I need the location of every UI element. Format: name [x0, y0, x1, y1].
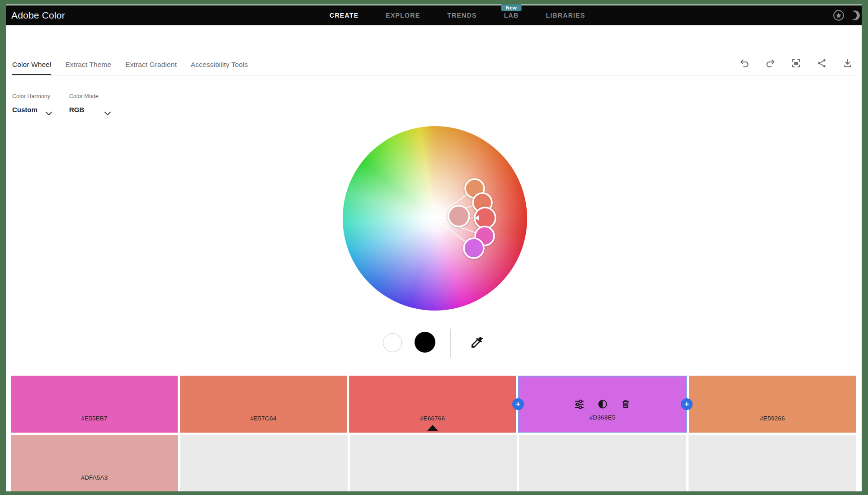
swatch-e66766[interactable]: #E66766 — [349, 376, 516, 433]
swatch-e57c64[interactable]: #E57C64 — [180, 376, 347, 433]
swatch-hex-label: #E59266 — [689, 415, 856, 422]
palette-row-shades: #DFA5A3 — [11, 435, 856, 491]
tab-extract-theme[interactable]: Extract Theme — [65, 54, 111, 75]
nav-item-libraries[interactable]: LIBRARIES — [546, 12, 585, 19]
palette: #E55EB7#E57C64#E66766#D368E5++#E59266 #D… — [11, 376, 856, 491]
share-button[interactable] — [816, 58, 827, 69]
contrast-icon[interactable] — [597, 398, 609, 410]
top-navbar: Adobe Color CREATEEXPLORETRENDSLABNewLIB… — [6, 5, 862, 25]
dark-mode-moon-icon[interactable] — [849, 9, 861, 21]
add-color-button-left[interactable]: + — [512, 398, 524, 410]
download-button[interactable] — [842, 58, 853, 69]
color-mode-label: Color Mode — [69, 93, 99, 99]
tune-sliders-icon[interactable] — [574, 398, 585, 410]
app-title[interactable]: Adobe Color — [11, 5, 65, 25]
eyedropper-icon[interactable] — [470, 335, 484, 349]
tab-extract-gradient[interactable]: Extract Gradient — [125, 54, 177, 75]
swatch-hex-label: #DFA5A3 — [11, 474, 178, 481]
nav-item-lab[interactable]: LABNew — [504, 12, 519, 19]
shade-swatch-dfa5a3[interactable]: #DFA5A3 — [11, 435, 178, 491]
chevron-down-icon[interactable] — [46, 109, 52, 113]
navbar-right-icons — [833, 5, 861, 25]
redo-button[interactable] — [765, 58, 776, 69]
swatch-e55eb7[interactable]: #E55EB7 — [11, 376, 178, 433]
swatch-tools — [519, 398, 686, 410]
color-wheel-markers[interactable] — [343, 126, 527, 311]
swatch-d368e5[interactable]: #D368E5++ — [518, 376, 687, 433]
nav-item-create[interactable]: CREATE — [330, 12, 359, 19]
color-harmony-select[interactable]: Custom — [12, 106, 38, 113]
shade-swatch-empty[interactable] — [519, 435, 686, 491]
color-mode-select[interactable]: RGB — [69, 106, 84, 113]
tab-color-wheel[interactable]: Color Wheel — [12, 54, 51, 75]
background-white-option[interactable] — [383, 333, 402, 352]
chevron-down-icon[interactable] — [104, 109, 111, 113]
nav-item-explore[interactable]: EXPLORE — [386, 12, 420, 19]
fullscreen-button[interactable] — [791, 58, 802, 69]
swatch-hex-label: #E66766 — [349, 415, 516, 422]
swatch-e59266[interactable]: #E59266 — [689, 376, 856, 433]
trash-icon[interactable] — [620, 398, 632, 410]
toolbar-actions — [739, 54, 853, 72]
add-color-button-right[interactable]: + — [681, 398, 693, 410]
swatch-hex-label: #D368E5 — [519, 414, 686, 421]
tab-accessibility-tools[interactable]: Accessibility Tools — [191, 54, 248, 75]
app-window: Adobe Color CREATEEXPLORETRENDSLABNewLIB… — [6, 5, 862, 491]
divider — [450, 329, 451, 358]
star-circle-icon[interactable] — [833, 9, 844, 21]
base-color-indicator — [427, 425, 438, 431]
shade-swatch-empty[interactable] — [350, 435, 517, 491]
swatch-hex-label: #E55EB7 — [11, 415, 178, 422]
background-black-option[interactable] — [415, 332, 435, 353]
swatch-hex-label: #E57C64 — [180, 415, 347, 422]
wheel-marker-dfa5a3[interactable] — [448, 206, 469, 226]
undo-button[interactable] — [739, 58, 750, 69]
new-badge: New — [501, 5, 522, 11]
wheel-marker-d368e5[interactable] — [464, 238, 484, 258]
tabs: Color WheelExtract ThemeExtract Gradient… — [12, 54, 248, 75]
palette-row-main: #E55EB7#E57C64#E66766#D368E5++#E59266 — [11, 376, 856, 433]
shade-swatch-empty[interactable] — [689, 435, 856, 491]
tabs-row: Color WheelExtract ThemeExtract Gradient… — [12, 54, 856, 75]
nav-items: CREATEEXPLORETRENDSLABNewLIBRARIES — [330, 5, 585, 25]
nav-item-trends[interactable]: TRENDS — [447, 12, 476, 19]
shade-swatch-empty[interactable] — [180, 435, 348, 491]
color-harmony-label: Color Harmony — [12, 93, 50, 99]
